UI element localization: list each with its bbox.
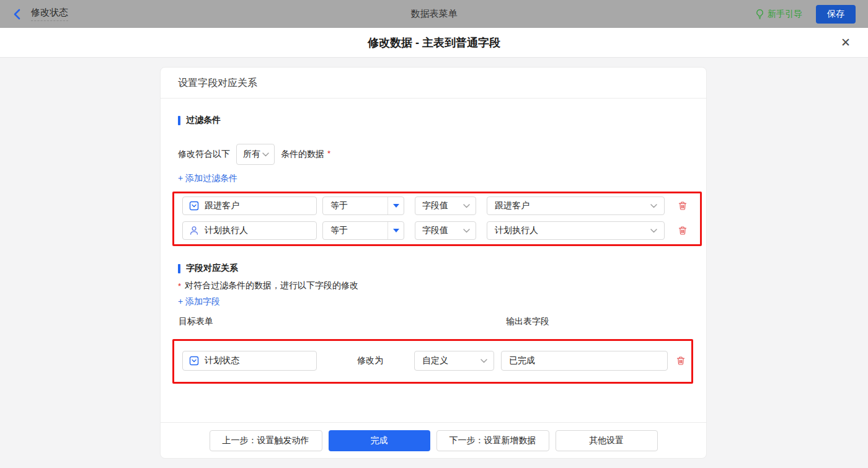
- chevron-down-icon: [650, 229, 657, 233]
- match-prefix-label: 修改符合以下: [178, 149, 230, 160]
- section-accent-bar: [178, 116, 180, 125]
- value-select[interactable]: 计划执行人: [487, 221, 665, 240]
- card-title: 设置字段对应关系: [161, 68, 706, 99]
- beginner-guide-label: 新手引导: [768, 9, 802, 20]
- trash-icon: [676, 356, 686, 366]
- beginner-guide-link[interactable]: 新手引导: [755, 9, 802, 20]
- back-button[interactable]: [12, 9, 22, 20]
- card-footer: 上一步：设置触发动作 完成 下一步：设置新增数据 其他设置: [161, 422, 706, 458]
- add-field-link[interactable]: + 添加字段: [178, 296, 220, 309]
- workflow-name[interactable]: 修改状态: [31, 7, 68, 21]
- topbar-title: 数据表菜单: [0, 8, 868, 20]
- delete-row-button[interactable]: [676, 356, 686, 366]
- select-field-icon: [189, 201, 199, 211]
- other-settings-button[interactable]: 其他设置: [556, 430, 658, 451]
- value-type-select[interactable]: 字段值: [415, 221, 476, 240]
- delete-row-button[interactable]: [678, 226, 688, 236]
- next-step-button[interactable]: 下一步：设置新增数据: [436, 430, 549, 451]
- target-field-input[interactable]: 计划状态: [182, 351, 317, 371]
- modal-title: 修改数据 - 主表到普通字段: [368, 35, 500, 50]
- match-suffix-label: 条件的数据: [281, 149, 324, 160]
- caret-down-icon[interactable]: [388, 229, 404, 232]
- mapping-section-title: 字段对应关系: [178, 263, 689, 273]
- settings-card: 设置字段对应关系 过滤条件 修改符合以下 所有 条件的数据 * + 添加过滤条件: [160, 67, 707, 459]
- save-button[interactable]: 保存: [816, 5, 856, 24]
- filter-field-input[interactable]: 跟进客户: [182, 196, 317, 215]
- mapping-column-headers: 目标表单 输出表字段: [178, 316, 689, 327]
- done-button[interactable]: 完成: [329, 430, 430, 451]
- filter-rows-highlight-box: 跟进客户 等于 字段值 跟进客户: [172, 192, 702, 246]
- required-asterisk: *: [178, 281, 181, 291]
- required-asterisk: *: [327, 149, 330, 158]
- trash-icon: [678, 201, 688, 211]
- mapping-description: * 对符合过滤条件的数据，进行以下字段的修改: [178, 280, 689, 291]
- close-icon[interactable]: ✕: [838, 35, 853, 50]
- mapping-row-highlight-box: 计划状态 修改为 自定义 已完成: [172, 339, 693, 384]
- operator-select[interactable]: 等于: [322, 221, 404, 240]
- custom-value-input[interactable]: 已完成: [501, 351, 668, 371]
- value-select[interactable]: 跟进客户: [487, 196, 665, 215]
- filter-field-input[interactable]: 计划执行人: [182, 221, 317, 240]
- trash-icon: [678, 226, 688, 236]
- value-type-select[interactable]: 字段值: [415, 196, 476, 215]
- section-accent-bar: [178, 264, 180, 273]
- output-field-column-label: 输出表字段: [506, 316, 549, 327]
- chevron-down-icon: [650, 204, 657, 208]
- chevron-left-icon: [12, 9, 22, 20]
- modal-header: 修改数据 - 主表到普通字段 ✕: [0, 28, 868, 58]
- operator-select[interactable]: 等于: [322, 196, 404, 215]
- value-mode-select[interactable]: 自定义: [414, 351, 494, 371]
- delete-row-button[interactable]: [678, 201, 688, 211]
- topbar: 修改状态 数据表菜单 新手引导 保存: [0, 0, 868, 28]
- mapping-row: 计划状态 修改为 自定义 已完成: [182, 351, 691, 370]
- prev-step-button[interactable]: 上一步：设置触发动作: [210, 430, 322, 451]
- chevron-down-icon: [463, 204, 470, 208]
- lightbulb-icon: [755, 9, 764, 20]
- filter-row: 计划执行人 等于 字段值 计划执行人: [182, 221, 700, 240]
- chevron-down-icon: [463, 229, 470, 233]
- user-icon: [189, 226, 199, 236]
- modal-body: 设置字段对应关系 过滤条件 修改符合以下 所有 条件的数据 * + 添加过滤条件: [0, 58, 868, 468]
- target-form-column-label: 目标表单: [179, 316, 213, 327]
- chevron-down-icon: [480, 359, 487, 363]
- chevron-down-icon: [262, 152, 269, 157]
- caret-down-icon[interactable]: [388, 204, 404, 208]
- select-field-icon: [189, 356, 199, 366]
- modify-to-label: 修改为: [357, 355, 384, 366]
- match-condition-row: 修改符合以下 所有 条件的数据 *: [178, 144, 689, 165]
- add-filter-condition-link[interactable]: + 添加过滤条件: [178, 173, 237, 185]
- filter-section-title: 过滤条件: [178, 115, 689, 125]
- match-mode-select[interactable]: 所有: [236, 144, 275, 165]
- filter-row: 跟进客户 等于 字段值 跟进客户: [182, 196, 700, 215]
